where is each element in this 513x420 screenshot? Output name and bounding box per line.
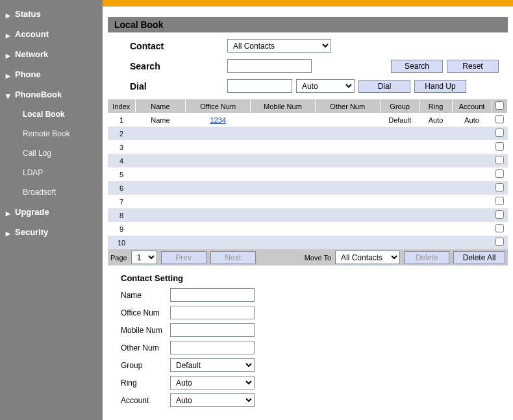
row-checkbox[interactable] (495, 129, 504, 137)
chevron-right-icon (6, 229, 10, 238)
cell-mobile (251, 181, 316, 195)
cell-name (135, 222, 186, 236)
cell-office (186, 222, 251, 236)
dial-input[interactable] (227, 79, 292, 93)
cell-index: 6 (108, 181, 135, 195)
office-input[interactable] (170, 306, 255, 319)
name-label: Name (121, 291, 170, 300)
cell-office (186, 167, 251, 181)
cell-account (452, 222, 492, 236)
cell-select (492, 208, 507, 222)
group-select[interactable]: Default (170, 358, 255, 372)
prev-button[interactable]: Prev (161, 251, 206, 264)
contact-select[interactable]: All Contacts (227, 39, 331, 53)
top-accent-bar (103, 0, 513, 6)
dial-mode-select[interactable]: Auto (296, 79, 355, 93)
cell-select (492, 113, 507, 127)
sidebar-subitem-call-log[interactable]: Call Log (2, 143, 103, 163)
sidebar-subitem-remote-book[interactable]: Remote Book (2, 124, 103, 143)
search-button[interactable]: Search (391, 60, 443, 73)
cell-other (315, 181, 380, 195)
cell-group (380, 127, 419, 140)
table-row[interactable]: 3 (108, 140, 508, 154)
table-row[interactable]: 7 (108, 195, 508, 208)
cell-mobile (251, 113, 316, 127)
handup-button[interactable]: Hand Up (414, 80, 466, 93)
sidebar-item-label: Network (15, 49, 48, 59)
next-button[interactable]: Next (210, 251, 256, 264)
sidebar-subitem-broadsoft[interactable]: Broadsoft (2, 182, 103, 202)
row-checkbox[interactable] (495, 224, 504, 232)
sidebar-item-label: Broadsoft (23, 188, 56, 197)
sidebar-item-phone[interactable]: Phone (2, 64, 103, 84)
cell-select (492, 167, 507, 181)
cell-other (315, 140, 380, 154)
cell-other (315, 113, 380, 127)
row-checkbox[interactable] (495, 197, 504, 205)
reset-button[interactable]: Reset (447, 60, 499, 73)
cell-ring (419, 140, 452, 154)
sidebar-item-account[interactable]: Account (2, 24, 103, 44)
moveto-select[interactable]: All Contacts (335, 251, 400, 264)
dial-button[interactable]: Dial (358, 80, 410, 93)
chevron-down-icon (6, 91, 10, 101)
sidebar-subitem-ldap[interactable]: LDAP (2, 163, 103, 182)
name-input[interactable] (170, 288, 255, 302)
sidebar-item-network[interactable]: Network (2, 44, 103, 64)
sidebar-subitem-local-book[interactable]: Local Book (2, 105, 103, 124)
cell-name (135, 140, 186, 154)
sidebar-item-label: Account (15, 29, 49, 39)
cell-index: 8 (108, 208, 135, 222)
row-checkbox[interactable] (495, 115, 504, 123)
table-row[interactable]: 10 (108, 236, 508, 249)
table-row[interactable]: 5 (108, 167, 508, 181)
contact-label: Contact (117, 41, 227, 51)
cell-office (186, 208, 251, 222)
table-row[interactable]: 2 (108, 127, 508, 140)
table-row[interactable]: 6 (108, 181, 508, 195)
page-label: Page (110, 254, 127, 262)
page-select[interactable]: 1 (131, 251, 157, 264)
chevron-right-icon (6, 51, 10, 60)
cell-office (186, 195, 251, 208)
sidebar-item-label: Status (15, 9, 41, 19)
contacts-table: Index Name Office Num Mobile Num Other N… (108, 99, 508, 249)
row-checkbox[interactable] (495, 238, 504, 246)
cell-account: Auto (452, 113, 492, 127)
delete-button[interactable]: Delete (404, 251, 449, 264)
sidebar-item-status[interactable]: Status (2, 4, 103, 24)
contact-setting-title: Contact Setting (121, 273, 508, 283)
table-row[interactable]: 4 (108, 154, 508, 167)
cell-group (380, 181, 419, 195)
other-input[interactable] (170, 341, 255, 354)
office-num-link[interactable]: 1234 (210, 116, 225, 124)
cell-mobile (251, 167, 316, 181)
row-checkbox[interactable] (495, 210, 504, 219)
account-select[interactable]: Auto (170, 393, 255, 407)
mobile-input[interactable] (170, 323, 255, 337)
delete-all-button[interactable]: Delete All (453, 251, 505, 264)
cell-select (492, 154, 507, 167)
row-checkbox[interactable] (495, 142, 504, 151)
chevron-right-icon (6, 208, 10, 218)
group-label: Group (121, 361, 170, 370)
row-checkbox[interactable] (495, 183, 504, 191)
row-checkbox[interactable] (495, 156, 504, 164)
cell-office (186, 154, 251, 167)
ring-label: Ring (121, 378, 170, 388)
table-row[interactable]: 8 (108, 208, 508, 222)
cell-index: 2 (108, 127, 135, 140)
cell-group (380, 195, 419, 208)
sidebar-item-upgrade[interactable]: Upgrade (2, 202, 103, 222)
table-row[interactable]: 9 (108, 222, 508, 236)
row-checkbox[interactable] (495, 169, 504, 178)
search-input[interactable] (227, 59, 312, 73)
table-row[interactable]: 1Name1234DefaultAutoAuto (108, 113, 508, 127)
select-all-checkbox[interactable] (495, 101, 504, 110)
sidebar-item-phonebook[interactable]: PhoneBook (2, 84, 103, 105)
sidebar-item-security[interactable]: Security (2, 222, 103, 242)
pager: Page 1 Prev Next Move To All Contacts De… (108, 249, 508, 266)
office-label: Office Num (121, 308, 170, 317)
ring-select[interactable]: Auto (170, 376, 255, 389)
cell-group (380, 236, 419, 249)
